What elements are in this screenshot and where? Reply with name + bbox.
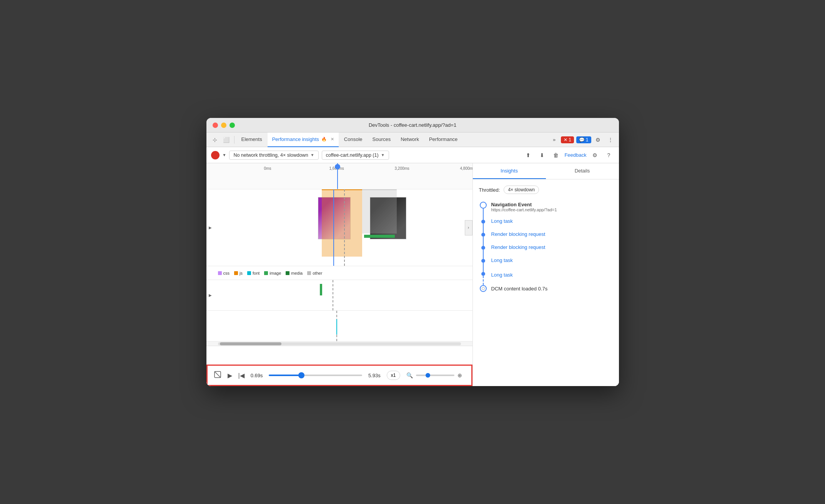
scrubber-track[interactable] — [269, 375, 362, 376]
nav-event-info: Navigation Event https://coffee-cart.net… — [487, 202, 557, 217]
cursor-icon[interactable]: ⊹ — [210, 134, 220, 145]
event-connector-5 — [479, 269, 487, 285]
settings-icon[interactable]: ⚙ — [593, 134, 604, 145]
tab-performance-insights[interactable]: Performance insights 🔥 ✕ — [268, 133, 339, 147]
close-button[interactable] — [213, 123, 218, 128]
minimize-button[interactable] — [221, 123, 226, 128]
traffic-lights — [213, 123, 235, 128]
throttling-select[interactable]: No network throttling, 4× slowdown ▼ — [229, 151, 318, 160]
zoom-track[interactable] — [416, 375, 454, 376]
expand-screenshot-row[interactable]: ▶ — [206, 189, 214, 266]
v-line-bot-2 — [483, 237, 484, 243]
long-task-link-1[interactable]: Long task — [491, 218, 513, 224]
throttle-row: Throttled: 4× slowdown — [479, 186, 613, 194]
dock-settings-icon[interactable]: ⚙ — [590, 150, 600, 161]
legend-image: image — [264, 271, 281, 275]
zoom-out-icon[interactable]: 🔍 — [406, 372, 413, 378]
scrollbar-thumb[interactable] — [220, 342, 281, 345]
throttle-badge[interactable]: 4× slowdown — [504, 186, 539, 194]
error-icon: ✕ — [564, 137, 567, 143]
tab-details[interactable]: Details — [546, 163, 619, 179]
v-line-bot-3 — [483, 250, 484, 256]
event-dot-4 — [481, 259, 485, 263]
legend-js: js — [234, 271, 243, 275]
tab-console[interactable]: Console — [339, 133, 367, 147]
record-button[interactable] — [211, 151, 220, 159]
delete-icon[interactable]: 🗑 — [551, 150, 561, 161]
network-row-2 — [206, 311, 472, 342]
event-connector-3 — [479, 243, 487, 256]
error-badge[interactable]: ✕ 1 — [561, 136, 574, 143]
event-row-1: Long task — [479, 217, 613, 230]
dom-event-row: DCM content loaded 0.7s — [479, 285, 613, 292]
event-info-2: Render blocking request — [487, 230, 546, 243]
v-line-bot-5-dashed — [483, 276, 484, 285]
tab-settings: ⚙ ⋮ — [593, 134, 616, 145]
event-info-5: Long task — [487, 269, 513, 285]
long-task-link-2[interactable]: Long task — [491, 257, 513, 263]
more-tabs-button[interactable]: » — [550, 137, 559, 143]
current-time: 0.69s — [251, 373, 263, 378]
throttling-arrow-icon: ▼ — [311, 153, 314, 157]
fullscreen-button[interactable] — [230, 123, 235, 128]
v-line-bot-4 — [483, 263, 484, 269]
main-content: 0ms 1,600ms 3,200ms 4,800ms DCL — [206, 163, 619, 386]
media-color-swatch — [286, 271, 289, 275]
font-legend-label: font — [253, 271, 259, 275]
tab-bar: ⊹ ⬜ Elements Performance insights 🔥 ✕ Co… — [206, 133, 619, 147]
play-icon[interactable]: ▶ — [228, 372, 232, 379]
zoom-thumb[interactable] — [426, 373, 430, 378]
css-legend-label: css — [223, 271, 230, 275]
tab-network[interactable]: Network — [396, 133, 424, 147]
render-blocking-link-1[interactable]: Render blocking request — [491, 231, 546, 237]
image-legend-label: image — [269, 271, 281, 275]
zoom-container: 🔍 ⊕ — [406, 372, 465, 378]
inspect-icon[interactable]: ⬜ — [221, 134, 232, 145]
event-row-5: Long task — [479, 269, 613, 285]
network-row-1: ▶ — [206, 280, 472, 311]
expand-right-icon[interactable]: › — [465, 220, 472, 235]
scrubber-container[interactable] — [269, 375, 362, 376]
speed-button[interactable]: x1 — [387, 371, 400, 380]
toolbar-actions: ⬆ ⬇ 🗑 Feedback ⚙ ? — [523, 150, 614, 161]
feedback-link[interactable]: Feedback — [564, 152, 586, 158]
nav-event-url: https://coffee-cart.netlify.app/?ad=1 — [491, 207, 557, 212]
record-dropdown-icon[interactable]: ▼ — [223, 153, 226, 157]
message-badge[interactable]: 💬 1 — [576, 136, 591, 143]
tab-sources[interactable]: Sources — [368, 133, 396, 147]
scrubber-thumb[interactable] — [298, 372, 304, 378]
event-row-2: Render blocking request — [479, 230, 613, 243]
skip-back-icon[interactable]: |◀ — [238, 372, 245, 379]
target-select[interactable]: coffee-cart.netlify.app (1) ▼ — [322, 151, 389, 160]
tab-insights[interactable]: Insights — [473, 163, 546, 179]
tab-separator — [234, 136, 235, 144]
upload-icon[interactable]: ⬆ — [523, 150, 534, 161]
tab-elements[interactable]: Elements — [237, 133, 267, 147]
render-blocking-link-2[interactable]: Render blocking request — [491, 244, 546, 250]
event-dot-1 — [481, 220, 485, 224]
no-recording-icon[interactable] — [214, 371, 221, 380]
long-task-link-3[interactable]: Long task — [491, 272, 513, 278]
network-bar-green — [320, 284, 322, 295]
media-legend-label: media — [291, 271, 303, 275]
help-icon[interactable]: ? — [604, 150, 614, 161]
dom-event-info: DCM content loaded 0.7s — [487, 285, 548, 292]
scrollbar-track[interactable] — [218, 342, 461, 345]
zoom-in-icon[interactable]: ⊕ — [457, 372, 462, 378]
playback-bar: ▶ |◀ 0.69s 5.93s x1 🔍 ⊕ — [206, 365, 472, 386]
more-options-icon[interactable]: ⋮ — [605, 134, 616, 145]
insights-tabs: Insights Details — [473, 163, 619, 179]
image-color-swatch — [264, 271, 268, 275]
expand-network-1[interactable]: ▶ — [206, 280, 214, 310]
timeline-body[interactable]: ▶ — [206, 189, 472, 365]
download-icon[interactable]: ⬇ — [537, 150, 547, 161]
dashed-line — [344, 189, 345, 266]
event-connector-2 — [479, 230, 487, 243]
tab-performance[interactable]: Performance — [424, 133, 462, 147]
dom-inner-circle — [482, 287, 485, 290]
legend-media: media — [286, 271, 303, 275]
svg-line-1 — [215, 371, 221, 378]
event-dot-3 — [481, 246, 485, 250]
close-tab-icon[interactable]: ✕ — [331, 137, 334, 142]
event-row-4: Long task — [479, 256, 613, 269]
